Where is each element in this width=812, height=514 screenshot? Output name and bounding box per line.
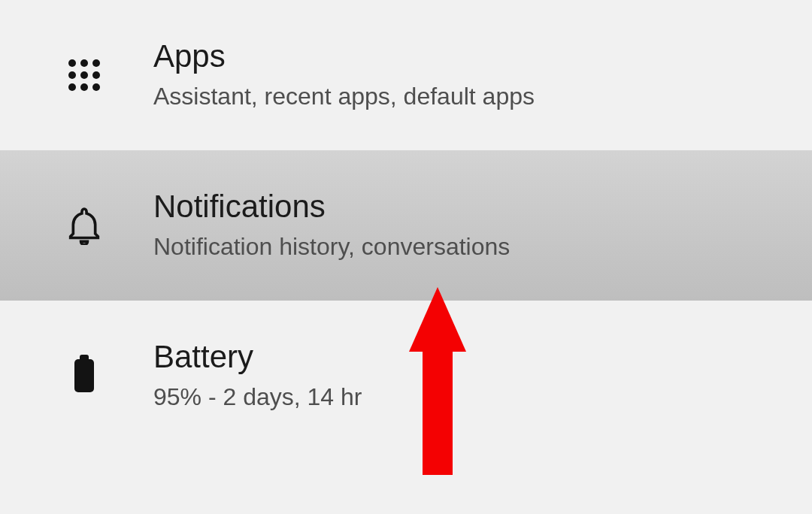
settings-item-text: Battery 95% - 2 days, 14 hr — [153, 338, 362, 413]
settings-item-title: Battery — [153, 338, 362, 376]
settings-item-subtitle: Assistant, recent apps, default apps — [153, 81, 535, 113]
apps-icon — [63, 59, 105, 91]
settings-item-subtitle: Notification history, conversations — [153, 231, 510, 263]
settings-item-title: Notifications — [153, 188, 510, 225]
settings-item-apps[interactable]: Apps Assistant, recent apps, default app… — [0, 0, 812, 150]
settings-item-text: Apps Assistant, recent apps, default app… — [153, 38, 535, 113]
battery-icon — [63, 359, 105, 392]
settings-item-notifications[interactable]: Notifications Notification history, conv… — [0, 150, 812, 301]
settings-item-title: Apps — [153, 38, 535, 75]
settings-screenshot: Apps Assistant, recent apps, default app… — [0, 0, 812, 514]
settings-item-battery[interactable]: Battery 95% - 2 days, 14 hr — [0, 301, 812, 451]
settings-item-text: Notifications Notification history, conv… — [153, 188, 510, 263]
settings-list: Apps Assistant, recent apps, default app… — [0, 0, 812, 451]
bell-icon — [63, 206, 105, 245]
settings-item-subtitle: 95% - 2 days, 14 hr — [153, 382, 362, 413]
